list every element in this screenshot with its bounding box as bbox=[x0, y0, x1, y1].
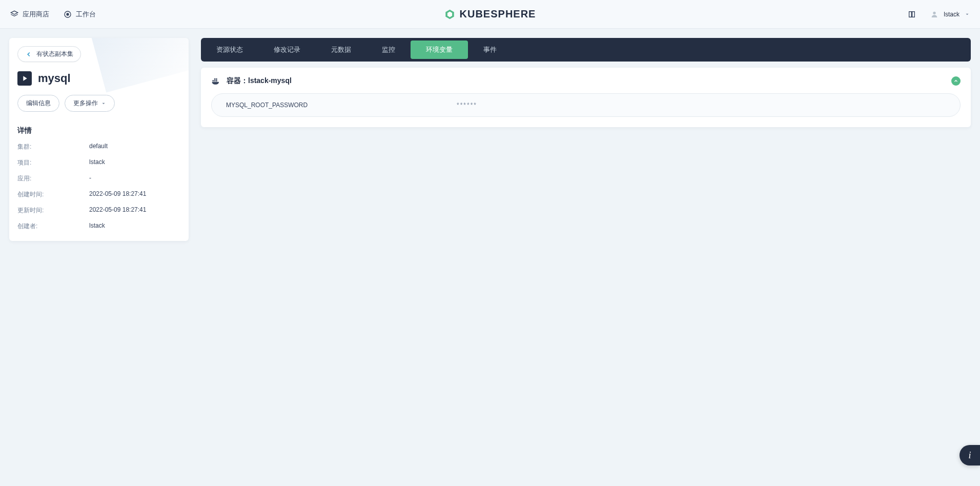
detail-row: 更新时间:2022-05-09 18:27:41 bbox=[17, 206, 180, 215]
tab-bar: 资源状态修改记录元数据监控环境变量事件 bbox=[201, 38, 971, 62]
detail-key: 应用: bbox=[17, 174, 89, 183]
detail-key: 更新时间: bbox=[17, 206, 89, 215]
resource-title: mysql bbox=[38, 72, 71, 85]
detail-row: 创建时间:2022-05-09 18:27:41 bbox=[17, 190, 180, 199]
side-panel: 有状态副本集 mysql 编辑信息 更多操作 详情 集群:default项目:l… bbox=[9, 38, 189, 241]
resource-type-icon bbox=[17, 71, 32, 86]
env-row: MYSQL_ROOT_PASSWORD****** bbox=[211, 93, 961, 117]
collapse-toggle[interactable] bbox=[951, 76, 961, 86]
env-card-title: 容器：lstack-mysql bbox=[227, 76, 292, 86]
env-key: MYSQL_ROOT_PASSWORD bbox=[226, 102, 457, 109]
details-list: 集群:default项目:lstack应用:-创建时间:2022-05-09 1… bbox=[17, 143, 180, 231]
breadcrumb-label: 有状态副本集 bbox=[36, 50, 73, 58]
nav-app-store[interactable]: 应用商店 bbox=[10, 10, 49, 19]
env-card-header: 容器：lstack-mysql bbox=[211, 76, 961, 86]
user-menu[interactable]: lstack bbox=[930, 10, 970, 18]
env-card: 容器：lstack-mysql MYSQL_ROOT_PASSWORD*****… bbox=[201, 68, 971, 127]
back-arrow-icon bbox=[25, 51, 32, 58]
detail-key: 创建者: bbox=[17, 222, 89, 231]
svg-point-4 bbox=[933, 11, 936, 14]
tab-1[interactable]: 修改记录 bbox=[258, 38, 316, 62]
username-label: lstack bbox=[944, 11, 959, 18]
brand-logo-icon bbox=[444, 9, 456, 20]
chevron-down-icon bbox=[965, 12, 970, 17]
breadcrumb-back[interactable]: 有状态副本集 bbox=[17, 46, 81, 62]
header-left: 应用商店 工作台 bbox=[10, 10, 96, 19]
help-fab-label: i bbox=[968, 450, 971, 461]
main-panel: 资源状态修改记录元数据监控环境变量事件 容器：lstack-mysql MYSQ… bbox=[201, 38, 971, 127]
header-right: lstack bbox=[908, 10, 970, 18]
nav-workbench-label: 工作台 bbox=[76, 10, 96, 19]
svg-rect-7 bbox=[216, 80, 217, 82]
docker-icon bbox=[211, 76, 221, 86]
tab-2[interactable]: 元数据 bbox=[316, 38, 366, 62]
notification-icon[interactable] bbox=[908, 10, 916, 18]
svg-rect-2 bbox=[909, 11, 912, 17]
detail-key: 创建时间: bbox=[17, 190, 89, 199]
edit-info-label: 编辑信息 bbox=[26, 99, 51, 108]
env-value: ****** bbox=[457, 102, 946, 109]
env-card-title-prefix: 容器： bbox=[227, 76, 248, 85]
svg-rect-9 bbox=[216, 78, 217, 80]
detail-row: 集群:default bbox=[17, 143, 180, 151]
tab-5[interactable]: 事件 bbox=[468, 38, 512, 62]
tab-0[interactable]: 资源状态 bbox=[201, 38, 258, 62]
svg-rect-6 bbox=[214, 80, 216, 82]
env-list: MYSQL_ROOT_PASSWORD****** bbox=[211, 93, 961, 117]
nav-app-store-label: 应用商店 bbox=[23, 10, 49, 19]
resource-title-row: mysql bbox=[17, 71, 180, 86]
detail-row: 项目:lstack bbox=[17, 158, 180, 167]
tab-3[interactable]: 监控 bbox=[366, 38, 411, 62]
details-heading: 详情 bbox=[17, 126, 180, 135]
detail-value: 2022-05-09 18:27:41 bbox=[89, 206, 146, 215]
action-row: 编辑信息 更多操作 bbox=[17, 95, 180, 112]
env-card-container-name: lstack-mysql bbox=[248, 76, 292, 85]
chevron-up-icon bbox=[953, 78, 958, 84]
content-area: 有状态副本集 mysql 编辑信息 更多操作 详情 集群:default项目:l… bbox=[0, 29, 980, 250]
detail-value: lstack bbox=[89, 222, 105, 231]
more-actions-button[interactable]: 更多操作 bbox=[65, 95, 115, 112]
user-avatar-icon bbox=[930, 10, 938, 18]
chevron-down-icon bbox=[101, 101, 106, 106]
global-header: 应用商店 工作台 KUBESPHERE lstack bbox=[0, 0, 980, 29]
detail-row: 应用:- bbox=[17, 174, 180, 183]
svg-point-1 bbox=[67, 13, 69, 15]
header-brand[interactable]: KUBESPHERE bbox=[444, 8, 536, 20]
more-actions-label: 更多操作 bbox=[73, 99, 98, 108]
svg-rect-5 bbox=[213, 80, 214, 82]
tab-4[interactable]: 环境变量 bbox=[411, 40, 468, 59]
nav-workbench[interactable]: 工作台 bbox=[64, 10, 96, 19]
help-fab[interactable]: i bbox=[959, 445, 980, 465]
detail-value: lstack bbox=[89, 158, 105, 167]
detail-value: 2022-05-09 18:27:41 bbox=[89, 190, 146, 199]
detail-value: default bbox=[89, 143, 108, 151]
detail-value: - bbox=[89, 174, 91, 183]
detail-key: 集群: bbox=[17, 143, 89, 151]
detail-row: 创建者:lstack bbox=[17, 222, 180, 231]
brand-name: KUBESPHERE bbox=[460, 8, 536, 20]
svg-rect-3 bbox=[912, 11, 915, 17]
app-store-icon bbox=[10, 10, 18, 18]
workbench-icon bbox=[64, 10, 72, 18]
edit-info-button[interactable]: 编辑信息 bbox=[17, 95, 59, 112]
detail-key: 项目: bbox=[17, 158, 89, 167]
svg-rect-8 bbox=[214, 78, 216, 80]
